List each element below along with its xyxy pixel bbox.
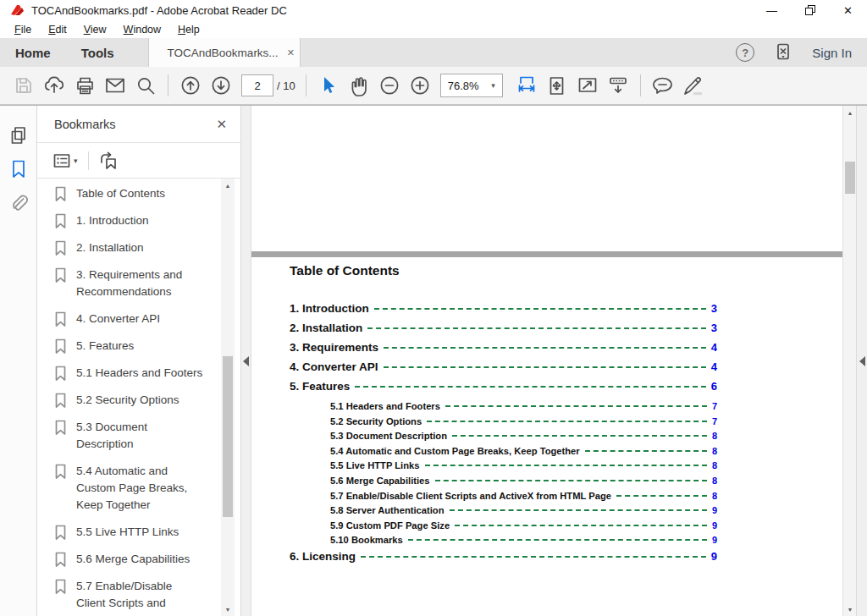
zoom-out-button[interactable] <box>374 71 405 100</box>
toc-entry[interactable]: 5.1 Headers and Footers7 <box>290 401 717 416</box>
save-button[interactable] <box>8 71 39 100</box>
highlight-button[interactable] <box>678 71 709 100</box>
toc-entry[interactable]: 1. Introduction3 <box>290 302 717 322</box>
reading-mode-button[interactable] <box>603 71 633 100</box>
bookmark-label: 5.5 Live HTTP Links <box>76 524 179 541</box>
toc-entry[interactable]: 5.4 Automatic and Custom Page Breaks, Ke… <box>290 446 717 461</box>
bookmark-item[interactable]: 5.7 Enable/Disable Client Scripts and Ac… <box>54 578 217 616</box>
bookmark-item[interactable]: 5.2 Security Options <box>54 392 217 409</box>
toc-entry-label: 5.1 Headers and Footers <box>330 401 440 411</box>
next-page-button[interactable] <box>206 71 236 100</box>
toc-entry[interactable]: 4. Converter API4 <box>290 360 717 380</box>
tab-document-label: TOCAndBookmarks... <box>168 47 279 59</box>
bookmark-item[interactable]: 5. Features <box>54 338 217 355</box>
tab-tools[interactable]: Tools <box>66 38 130 67</box>
scroll-down-icon[interactable]: ▼ <box>843 602 856 616</box>
select-tool-button[interactable] <box>313 71 344 100</box>
zoom-in-button[interactable] <box>405 71 435 100</box>
fit-width-button[interactable] <box>511 71 542 100</box>
tab-document[interactable]: TOCAndBookmarks... ✕ <box>148 38 301 67</box>
previous-page-button[interactable] <box>175 71 206 100</box>
toc-entry[interactable]: 5. Features6 <box>290 380 717 399</box>
bookmark-item[interactable]: 1. Introduction <box>54 212 217 229</box>
toc-entry[interactable]: 5.7 Enable/Disable Client Scripts and Ac… <box>290 491 717 506</box>
page-number-input[interactable] <box>241 74 273 96</box>
toc-leader <box>455 525 707 526</box>
toc-subsection: 5.1 Headers and Footers7 5.2 Security Op… <box>290 401 717 550</box>
minimize-button[interactable]: — <box>753 0 791 20</box>
tab-bar-right: ? Sign In <box>736 38 867 67</box>
close-button[interactable]: ✕ <box>829 0 867 20</box>
collapse-left-icon[interactable] <box>243 356 249 366</box>
close-panel-icon[interactable]: ✕ <box>216 117 227 132</box>
toc-entry[interactable]: 5.9 Custom PDF Page Size9 <box>290 520 717 536</box>
bookmark-item[interactable]: 5.3 Document Description <box>54 419 217 453</box>
sign-in-button[interactable]: Sign In <box>812 46 852 60</box>
goto-current-bookmark-button[interactable] <box>99 151 121 171</box>
menu-view[interactable]: View <box>76 22 114 37</box>
bookmark-item[interactable]: 5.4 Automatic and Custom Page Breaks, Ke… <box>54 463 217 514</box>
bookmark-item[interactable]: 4. Converter API <box>54 311 217 327</box>
collapse-left-icon[interactable] <box>859 356 865 366</box>
toc-entry[interactable]: 5.2 Security Options7 <box>290 416 717 432</box>
panel-collapse-strip[interactable] <box>241 106 251 616</box>
menu-help[interactable]: Help <box>170 22 207 37</box>
document-scrollbar[interactable]: ▲ ▼ <box>842 106 856 616</box>
scrollbar-thumb[interactable] <box>223 356 233 517</box>
bookmark-item[interactable]: 5.6 Merge Capabilities <box>54 551 217 568</box>
tab-bar: Home Tools TOCAndBookmarks... ✕ ? Sign I… <box>0 38 867 67</box>
menu-edit[interactable]: Edit <box>41 22 75 37</box>
bookmark-icon <box>54 366 67 382</box>
bookmarks-scrollbar[interactable]: ▲ ▼ <box>221 179 235 616</box>
toc-entry-page: 8 <box>712 460 717 470</box>
tools-pane-collapse-strip[interactable] <box>856 106 867 616</box>
tab-home[interactable]: Home <box>0 38 66 67</box>
bookmark-options-button[interactable]: ▾ <box>52 152 78 169</box>
restore-button[interactable] <box>791 0 829 20</box>
search-icon[interactable] <box>130 71 161 100</box>
toc-entry[interactable]: 5.3 Document Description8 <box>290 431 717 446</box>
send-to-device-icon[interactable] <box>773 42 793 63</box>
toc-entry[interactable]: 5.8 Server Authentication9 <box>290 505 717 520</box>
email-button[interactable] <box>100 71 130 100</box>
hand-tool-button[interactable] <box>344 71 374 100</box>
bookmarks-panel-icon[interactable] <box>8 158 30 180</box>
scrollbar-thumb[interactable] <box>845 162 855 194</box>
scroll-up-icon[interactable]: ▲ <box>221 179 235 192</box>
toc-entry[interactable]: 5.6 Merge Capabilities8 <box>290 476 717 491</box>
bookmark-icon <box>54 186 67 202</box>
bookmark-item[interactable]: 5.5 Live HTTP Links <box>54 524 217 541</box>
scroll-up-icon[interactable]: ▲ <box>843 106 856 119</box>
toc-entry-label: 5.8 Server Authentication <box>330 505 445 515</box>
scroll-down-icon[interactable]: ▼ <box>221 602 235 616</box>
bookmark-icon <box>54 420 67 436</box>
menu-file[interactable]: File <box>7 22 39 37</box>
toc-entry[interactable]: 3. Requirements4 <box>290 341 717 360</box>
bookmark-item[interactable]: Table of Contents <box>54 185 217 202</box>
help-icon[interactable]: ? <box>736 43 754 62</box>
comment-button[interactable] <box>648 71 678 100</box>
toc-entry-page: 6 <box>711 380 717 393</box>
bookmark-item[interactable]: 2. Installation <box>54 239 217 256</box>
toc-entry[interactable]: 6. Licensing9 <box>290 550 717 569</box>
page-thumbnails-icon[interactable] <box>8 124 30 146</box>
fit-page-button[interactable] <box>542 71 572 100</box>
bookmark-label: 5.6 Merge Capabilities <box>76 551 190 568</box>
toc-leader <box>408 539 707 541</box>
menu-window[interactable]: Window <box>116 22 168 37</box>
toc-leader <box>361 556 706 558</box>
toc-entry[interactable]: 2. Installation3 <box>290 322 717 341</box>
attachments-icon[interactable] <box>8 192 30 214</box>
toc-entry[interactable]: 5.10 Bookmarks9 <box>290 535 717 550</box>
print-button[interactable] <box>69 71 100 100</box>
bookmark-item[interactable]: 3. Requirements and Recommendations <box>54 267 217 300</box>
toc-leader <box>435 480 707 481</box>
toc-entry-page: 9 <box>712 505 717 515</box>
toolbar-separator <box>640 74 641 96</box>
tab-close-icon[interactable]: ✕ <box>287 47 295 58</box>
bookmark-item[interactable]: 5.1 Headers and Footers <box>54 365 217 382</box>
zoom-level-dropdown[interactable]: 76.8% ▾ <box>440 74 503 97</box>
toc-entry[interactable]: 5.5 Live HTTP Links8 <box>290 460 717 476</box>
full-screen-button[interactable] <box>572 71 603 100</box>
cloud-upload-button[interactable] <box>39 71 69 100</box>
